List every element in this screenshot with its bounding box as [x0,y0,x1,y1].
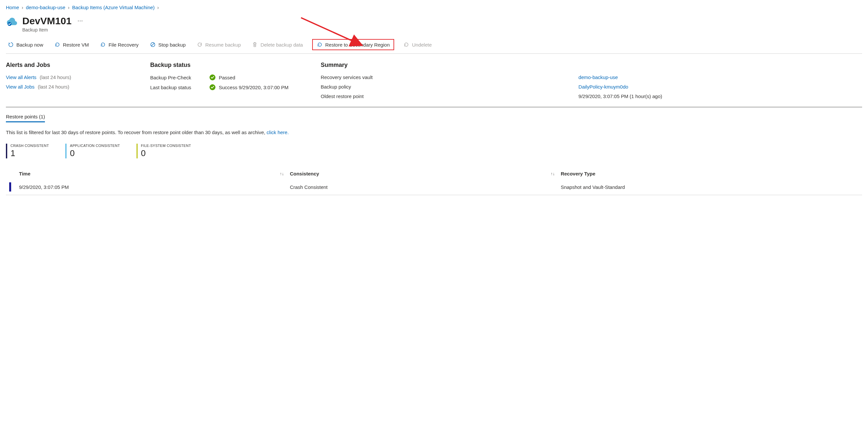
file-recovery-button[interactable]: File Recovery [98,40,141,49]
policy-link[interactable]: DailyPolicy-kmuym0do [579,84,862,90]
row-marker [9,182,11,191]
policy-label: Backup policy [321,84,572,90]
filter-note: This list is filtered for last 30 days o… [6,129,862,135]
summary-heading: Summary [321,62,862,68]
cell-time: 9/29/2020, 3:07:05 PM [19,184,270,190]
restore-secondary-button[interactable]: Restore to Secondary Region [312,39,395,50]
sort-icon[interactable]: ↑↓ [270,171,290,176]
restore-points-table: Time ↑↓ Consistency ↑↓ Recovery Type 9/2… [6,168,862,195]
alerts-period: (last 24 hours) [40,74,71,80]
cell-recovery: Snapshot and Vault-Standard [561,184,862,190]
success-icon [210,74,215,80]
page-subtitle: Backup Item [22,27,83,32]
col-consistency[interactable]: Consistency [290,171,541,176]
undelete-button: Undelete [401,40,434,49]
sort-icon[interactable]: ↑↓ [541,171,561,176]
precheck-label: Backup Pre-Check [150,75,204,80]
breadcrumb-items[interactable]: Backup Items (Azure Virtual Machine) [72,5,155,10]
last-backup-value: Success 9/29/2020, 3:07:00 PM [219,85,288,90]
last-backup-label: Last backup status [150,85,204,90]
chevron-right-icon: › [157,5,159,10]
oldest-value: 9/29/2020, 3:07:05 PM (1 hour(s) ago) [579,93,862,99]
col-recovery[interactable]: Recovery Type [561,171,862,176]
svg-line-3 [151,43,154,46]
vault-link[interactable]: demo-backup-use [579,74,862,80]
oldest-label: Oldest restore point [321,93,572,99]
delete-backup-button: Delete backup data [250,40,305,49]
resume-backup-button: Resume backup [195,40,243,49]
vault-label: Recovery services vault [321,74,572,80]
backup-status-heading: Backup status [150,62,301,68]
more-button[interactable]: ··· [78,17,83,25]
precheck-value: Passed [219,75,235,80]
stop-backup-button[interactable]: Stop backup [148,40,188,49]
stat-crash-consistent: CRASH CONSISTENT 1 [6,144,49,158]
alerts-heading: Alerts and Jobs [6,62,130,68]
stat-filesystem-consistent: FILE-SYSTEM CONSISTENT 0 [136,144,191,158]
cloud-backup-icon [6,16,18,28]
chevron-right-icon: › [68,5,69,10]
breadcrumb-vault[interactable]: demo-backup-use [26,5,65,10]
col-time[interactable]: Time [19,171,270,176]
view-alerts-link[interactable]: View all Alerts [6,74,36,80]
breadcrumb: Home › demo-backup-use › Backup Items (A… [6,5,862,10]
tab-restore-points[interactable]: Restore points (1) [6,114,45,122]
toolbar: Backup now Restore VM File Recovery Stop… [6,39,862,54]
click-here-link[interactable]: click here. [267,129,289,135]
page-title: DevVM101 [22,16,71,27]
success-icon [210,84,215,90]
restore-vm-button[interactable]: Restore VM [53,40,91,49]
view-jobs-link[interactable]: View all Jobs [6,84,34,90]
chevron-right-icon: › [22,5,23,10]
stat-application-consistent: APPLICATION CONSISTENT 0 [65,144,120,158]
breadcrumb-home[interactable]: Home [6,5,19,10]
cell-consistency: Crash Consistent [290,184,541,190]
table-row[interactable]: 9/29/2020, 3:07:05 PM Crash Consistent S… [6,179,862,195]
jobs-period: (last 24 hours) [38,84,69,90]
backup-now-button[interactable]: Backup now [6,40,45,49]
